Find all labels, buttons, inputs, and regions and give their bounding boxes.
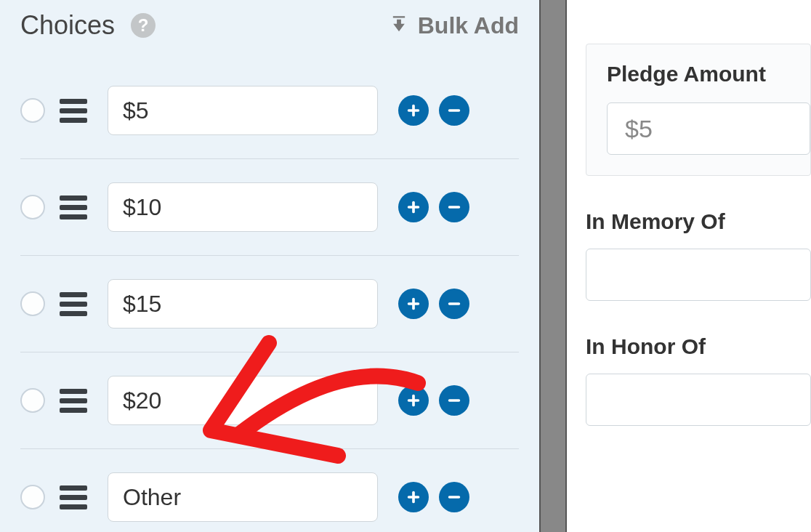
add-choice-button[interactable] xyxy=(398,482,429,512)
add-choice-button[interactable] xyxy=(398,192,429,222)
choices-list xyxy=(20,63,519,532)
svg-rect-2 xyxy=(448,109,461,112)
svg-rect-5 xyxy=(448,206,461,209)
choice-value-input[interactable] xyxy=(108,279,378,329)
form-preview-panel: Pledge Amount $5 In Memory Of In Honor O… xyxy=(567,0,811,532)
pledge-amount-label: Pledge Amount xyxy=(607,62,810,86)
drag-handle-icon[interactable] xyxy=(60,389,87,413)
panel-divider xyxy=(539,0,567,532)
drag-handle-icon[interactable] xyxy=(60,485,87,509)
in-honor-input[interactable] xyxy=(586,374,811,426)
choice-row-actions xyxy=(398,192,469,222)
download-icon xyxy=(389,15,409,36)
add-choice-button[interactable] xyxy=(398,385,429,416)
help-icon[interactable]: ? xyxy=(131,13,156,38)
choices-title: Choices xyxy=(20,10,115,41)
in-honor-label: In Honor Of xyxy=(586,334,811,359)
choice-row xyxy=(20,449,519,532)
minus-icon xyxy=(446,199,462,215)
add-choice-button[interactable] xyxy=(398,95,429,126)
plus-icon xyxy=(405,296,421,312)
choice-radio[interactable] xyxy=(20,195,45,219)
in-memory-input[interactable] xyxy=(586,249,811,301)
choice-radio[interactable] xyxy=(20,291,45,316)
choice-radio[interactable] xyxy=(20,485,45,509)
svg-rect-10 xyxy=(408,399,420,402)
remove-choice-button[interactable] xyxy=(439,385,469,416)
choice-value-input[interactable] xyxy=(108,182,378,232)
remove-choice-button[interactable] xyxy=(439,289,469,319)
choice-value-input[interactable] xyxy=(108,376,378,425)
plus-icon xyxy=(405,489,421,505)
svg-rect-8 xyxy=(448,302,461,305)
pledge-amount-select[interactable]: $5 xyxy=(607,102,810,155)
drag-handle-icon[interactable] xyxy=(60,196,87,219)
in-memory-group: In Memory Of xyxy=(586,209,811,301)
remove-choice-button[interactable] xyxy=(439,192,469,222)
choice-row-actions xyxy=(398,385,469,416)
choice-row xyxy=(20,159,519,256)
remove-choice-button[interactable] xyxy=(439,95,469,126)
choice-row-actions xyxy=(398,95,469,126)
svg-rect-4 xyxy=(408,206,420,209)
choices-header: Choices ? Bulk Add xyxy=(20,10,519,41)
pledge-amount-value: $5 xyxy=(625,115,653,143)
drag-handle-icon[interactable] xyxy=(60,99,87,123)
choices-editor-panel: Choices ? Bulk Add xyxy=(0,0,539,532)
choice-row xyxy=(20,256,519,352)
bulk-add-label: Bulk Add xyxy=(418,12,519,39)
minus-icon xyxy=(446,489,462,505)
choice-radio[interactable] xyxy=(20,388,45,413)
plus-icon xyxy=(405,199,421,215)
choice-row-actions xyxy=(398,289,469,319)
svg-rect-14 xyxy=(448,496,461,499)
choice-value-input[interactable] xyxy=(108,86,378,135)
choice-radio[interactable] xyxy=(20,98,45,123)
choice-row-actions xyxy=(398,482,469,512)
minus-icon xyxy=(446,392,462,408)
svg-rect-7 xyxy=(408,302,420,305)
choices-header-left: Choices ? xyxy=(20,10,156,41)
bulk-add-button[interactable]: Bulk Add xyxy=(389,12,519,39)
svg-rect-13 xyxy=(408,496,420,499)
choice-row xyxy=(20,63,519,159)
minus-icon xyxy=(446,102,462,118)
plus-icon xyxy=(405,102,421,118)
pledge-amount-card: Pledge Amount $5 xyxy=(586,44,811,176)
choice-value-input[interactable] xyxy=(108,472,378,522)
drag-handle-icon[interactable] xyxy=(60,292,87,316)
plus-icon xyxy=(405,392,421,408)
remove-choice-button[interactable] xyxy=(439,482,469,512)
add-choice-button[interactable] xyxy=(398,289,429,319)
svg-rect-1 xyxy=(408,109,420,112)
choice-row xyxy=(20,352,519,449)
svg-rect-11 xyxy=(448,399,461,402)
in-honor-group: In Honor Of xyxy=(586,334,811,426)
minus-icon xyxy=(446,296,462,312)
in-memory-label: In Memory Of xyxy=(586,209,811,234)
